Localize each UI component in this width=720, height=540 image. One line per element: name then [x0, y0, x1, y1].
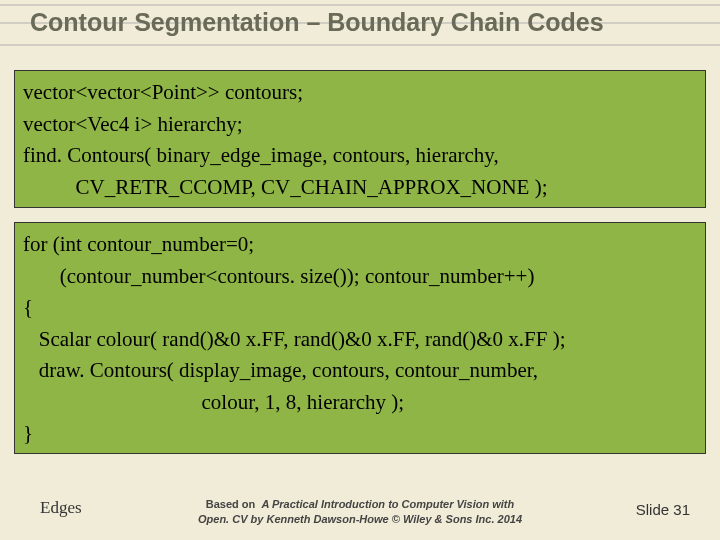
code-block-bottom: for (int contour_number=0; (contour_numb… [14, 222, 706, 454]
code-line: { [23, 292, 697, 324]
code-line: for (int contour_number=0; [23, 229, 697, 261]
code-line: colour, 1, 8, hierarchy ); [23, 387, 697, 419]
code-line: Scalar colour( rand()&0 x.FF, rand()&0 x… [23, 324, 697, 356]
code-line: find. Contours( binary_edge_image, conto… [23, 140, 697, 172]
code-line: vector<vector<Point>> contours; [23, 77, 697, 109]
footer-center: Based on A Practical Introduction to Com… [0, 497, 720, 526]
footer-center-line2: Open. CV by Kenneth Dawson-Howe © Wiley … [198, 513, 522, 525]
footer-right: Slide 31 [636, 501, 690, 518]
rule-3 [0, 44, 720, 46]
code-line: } [23, 418, 697, 450]
code-block-top: vector<vector<Point>> contours; vector<V… [14, 70, 706, 208]
code-line: CV_RETR_CCOMP, CV_CHAIN_APPROX_NONE ); [23, 172, 697, 204]
footer-center-pre: Based on [206, 498, 256, 510]
slide-title: Contour Segmentation – Boundary Chain Co… [30, 8, 690, 37]
footer-center-italic: A Practical Introduction to Computer Vis… [261, 498, 514, 510]
rule-1 [0, 4, 720, 6]
code-line: draw. Contours( display_image, contours,… [23, 355, 697, 387]
code-line: vector<Vec4 i> hierarchy; [23, 109, 697, 141]
code-line: (contour_number<contours. size()); conto… [23, 261, 697, 293]
